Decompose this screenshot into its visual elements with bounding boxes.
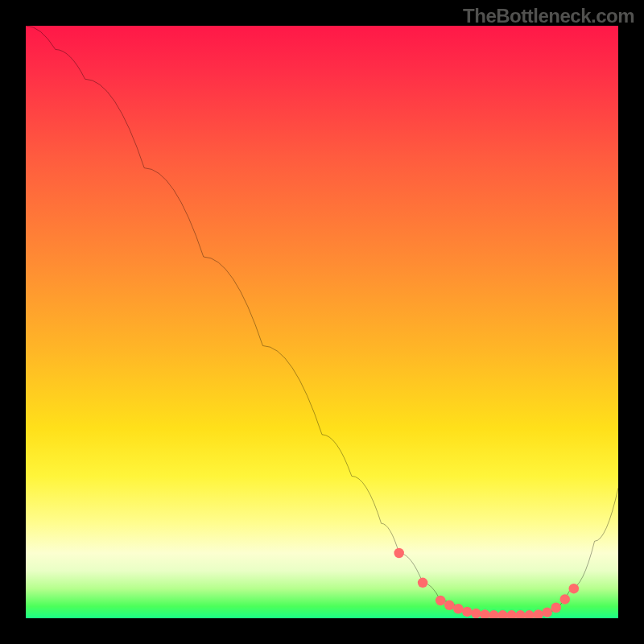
marker-dot	[533, 609, 543, 618]
marker-dot	[569, 584, 580, 594]
marker-dot	[560, 594, 571, 605]
plot-area	[26, 26, 618, 618]
marker-dot	[418, 578, 428, 588]
marker-dot	[542, 607, 552, 617]
marker-dot	[524, 610, 535, 618]
marker-dot	[515, 610, 526, 618]
marker-dot	[436, 596, 446, 606]
marker-dot	[453, 604, 464, 614]
marker-dot	[551, 602, 561, 613]
bottleneck-curve	[26, 26, 618, 615]
marker-dot	[506, 610, 517, 618]
marker-dot	[480, 609, 490, 618]
curve-svg	[26, 26, 618, 618]
marker-dot	[394, 548, 404, 559]
marker-dot	[444, 601, 455, 611]
marker-dot	[471, 609, 481, 618]
marker-dot	[489, 610, 499, 618]
chart-frame: TheBottleneck.com	[0, 0, 644, 644]
watermark-label: TheBottleneck.com	[463, 5, 634, 27]
marker-dot	[497, 610, 508, 618]
marker-dot	[462, 607, 473, 617]
marker-group	[394, 548, 579, 618]
